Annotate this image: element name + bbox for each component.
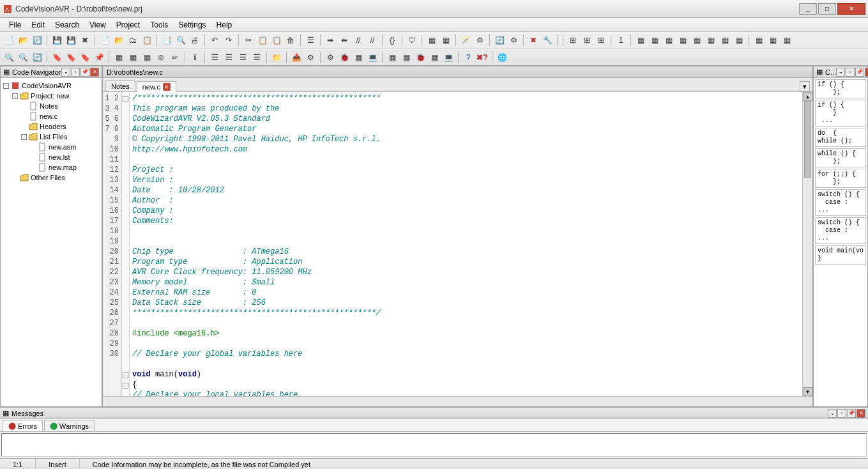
tab-warnings[interactable]: ⬤ Warnings (44, 420, 95, 431)
debug-icon-5[interactable]: 💻 (442, 51, 455, 64)
menu-view[interactable]: View (84, 19, 111, 31)
template-item[interactable]: for (;;) { }; (815, 169, 866, 188)
tools-icon[interactable]: 🔧 (541, 34, 554, 47)
msg-restore-button[interactable]: ▫ (837, 409, 846, 418)
stop-build-icon[interactable]: ⊘ (155, 51, 167, 64)
new-file-icon[interactable]: 📄 (3, 34, 15, 47)
form-icon-1[interactable]: ▦ (634, 34, 647, 47)
align-left-icon[interactable]: ☰ (208, 51, 221, 64)
settings-tool-icon[interactable]: ⚙ (304, 51, 317, 64)
match-braces-icon[interactable]: {} (386, 34, 399, 47)
tab-notes[interactable]: Notes (105, 81, 135, 91)
scroll-up-icon[interactable]: ▲ (803, 92, 812, 101)
nav-pin-button[interactable]: 📌 (80, 68, 89, 77)
align-center-icon[interactable]: ☰ (222, 51, 235, 64)
menu-edit[interactable]: Edit (26, 19, 50, 31)
template-item[interactable]: if () { } ... (815, 100, 866, 127)
maximize-button[interactable]: □ (818, 3, 836, 15)
bookmark-clear-icon[interactable]: 📌 (93, 51, 105, 64)
tree-notes[interactable]: Notes (21, 101, 99, 111)
chip-prog-icon[interactable]: ▦ (352, 51, 365, 64)
template-item[interactable]: void main(vo } (815, 245, 866, 265)
debug-gear-icon[interactable]: ⚙ (324, 51, 337, 64)
layout-icon-1[interactable]: ⊞ (567, 34, 579, 47)
tab-dropdown-button[interactable]: ▾ (800, 81, 810, 91)
project-list-icon[interactable]: 🗂 (126, 34, 139, 47)
chip-icon-1[interactable]: ▦ (425, 34, 438, 47)
tree-otherfiles[interactable]: Other Files (12, 173, 99, 183)
web-icon[interactable]: 🌐 (496, 51, 508, 64)
bug-icon[interactable]: 🐞 (338, 51, 351, 64)
tree-newc[interactable]: new.c (21, 111, 99, 121)
grid-icon-1[interactable]: ▦ (752, 34, 765, 47)
help-icon[interactable]: ? (462, 51, 475, 64)
copy-icon[interactable]: 📋 (256, 34, 269, 47)
close-button[interactable]: ✕ (837, 3, 865, 15)
code-editor[interactable]: 1 2 3 4 5 6 7 8 9 10 11 12 13 14 15 16 1… (103, 92, 812, 396)
config-icon[interactable]: ⚙ (507, 34, 520, 47)
save-all-icon[interactable]: 💾 (65, 34, 77, 47)
gear-icon[interactable]: ⚙ (473, 34, 486, 47)
code-text[interactable]: /***************************************… (130, 92, 802, 396)
vertical-scrollbar[interactable]: ▲ ▼ (802, 92, 812, 396)
form-icon-2[interactable]: ▦ (648, 34, 661, 47)
tmpl-restore-button[interactable]: ▫ (846, 68, 855, 77)
menu-search[interactable]: Search (50, 19, 84, 31)
tree-project[interactable]: - Project: new (12, 91, 99, 101)
scroll-thumb[interactable] (804, 101, 811, 178)
wizard-icon[interactable]: 🪄 (459, 34, 472, 47)
template-item[interactable]: if () { }; (815, 79, 866, 98)
form-icon-6[interactable]: ▦ (704, 34, 717, 47)
template-item[interactable]: switch () { case : ... (815, 189, 866, 216)
select-all-icon[interactable]: ☰ (304, 34, 317, 47)
chip-icon-2[interactable]: ▦ (439, 34, 452, 47)
open-file-icon[interactable]: 📂 (17, 34, 29, 47)
legacy-icon[interactable]: 🛡 (406, 34, 418, 47)
indent-icon[interactable]: ➡ (324, 34, 337, 47)
tree-newlst[interactable]: new.lst (30, 152, 99, 162)
tab-close-icon[interactable]: ✕ (163, 83, 171, 91)
compile-icon[interactable]: ▦ (112, 51, 125, 64)
page-setup-icon[interactable]: 📑 (160, 34, 173, 47)
menu-help[interactable]: Help (211, 19, 238, 31)
find-next-icon[interactable]: 🔍 (17, 51, 29, 64)
menu-project[interactable]: Project (111, 19, 145, 31)
template-item[interactable]: while () { }; (815, 148, 866, 167)
tab-errors[interactable]: ⬤ Errors (3, 420, 43, 431)
goto-icon[interactable]: 1 (614, 34, 627, 47)
uncomment-icon[interactable]: // (366, 34, 379, 47)
notes-icon[interactable]: 📋 (141, 34, 153, 47)
template-item[interactable]: switch () { case : ... (815, 217, 866, 244)
undo-icon[interactable]: ↶ (208, 34, 221, 47)
form-icon-5[interactable]: ▦ (690, 34, 703, 47)
layout-icon-2[interactable]: ⊞ (581, 34, 593, 47)
form-icon-8[interactable]: ▦ (733, 34, 745, 47)
about-x-icon[interactable]: ✖? (476, 51, 489, 64)
nav-close-button[interactable]: ✕ (90, 68, 99, 77)
nav-collapse-button[interactable]: ⌄ (61, 68, 70, 77)
msg-close-button[interactable]: ✕ (857, 409, 865, 418)
tree-root[interactable]: - CodeVisionAVR (3, 81, 99, 91)
print-preview-icon[interactable]: 🔍 (174, 34, 187, 47)
horizontal-scrollbar[interactable] (103, 396, 812, 406)
layout-icon-3[interactable]: ⊞ (595, 34, 607, 47)
export-icon[interactable]: 📤 (290, 51, 303, 64)
paste-icon[interactable]: 📋 (270, 34, 283, 47)
outdent-icon[interactable]: ⬅ (338, 34, 351, 47)
build-icon[interactable]: ▦ (126, 51, 139, 64)
tree-headers[interactable]: Headers (21, 121, 99, 132)
tree-newasm[interactable]: new.asm (30, 142, 99, 152)
form-icon-7[interactable]: ▦ (719, 34, 731, 47)
terminal-icon[interactable]: 💻 (366, 51, 379, 64)
folder-tool-icon[interactable]: 📁 (270, 51, 283, 64)
new-project-icon[interactable]: 📄 (98, 34, 111, 47)
tmpl-close-button[interactable]: ✕ (865, 68, 868, 77)
debug-icon-2[interactable]: ▦ (400, 51, 413, 64)
open-project-icon[interactable]: 📂 (112, 34, 125, 47)
save-icon[interactable]: 💾 (50, 34, 63, 47)
close-file-icon[interactable]: ✖ (79, 34, 91, 47)
menu-tools[interactable]: Tools (145, 19, 173, 31)
align-right-icon[interactable]: ☰ (236, 51, 249, 64)
bookmark-prev-icon[interactable]: 🔖 (79, 51, 91, 64)
scroll-down-icon[interactable]: ▼ (803, 387, 812, 396)
